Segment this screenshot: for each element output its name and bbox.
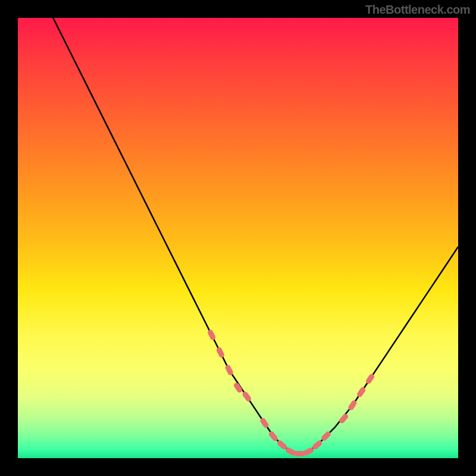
highlight-markers (207, 329, 375, 456)
marker-point (295, 451, 305, 456)
watermark-text: TheBottleneck.com (365, 3, 470, 17)
chart-container: TheBottleneck.com (0, 0, 476, 476)
plot-area (18, 18, 458, 458)
marker-point (215, 346, 225, 358)
marker-point (338, 413, 349, 425)
marker-point (242, 391, 252, 403)
bottleneck-curve (53, 18, 458, 454)
curve-svg (18, 18, 458, 458)
marker-point (207, 329, 217, 341)
